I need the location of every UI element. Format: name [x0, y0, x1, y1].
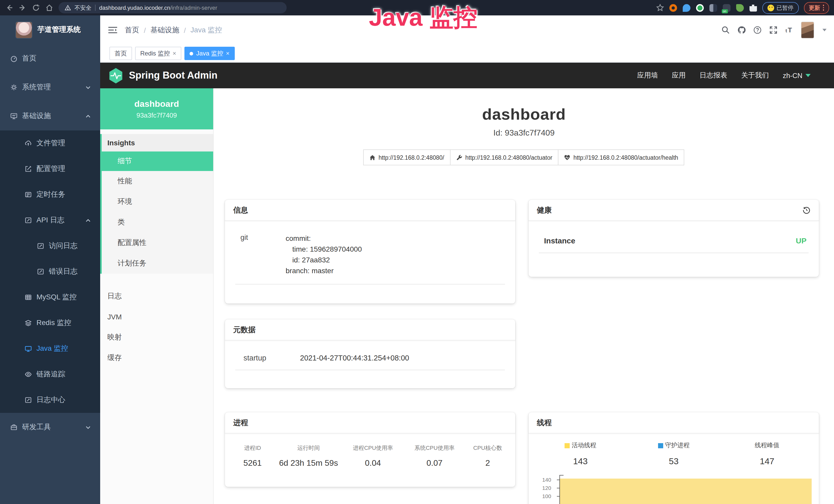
- sba-menu-scheduled-tasks[interactable]: 计划任务: [100, 253, 213, 274]
- extension-icon[interactable]: [749, 4, 757, 12]
- github-icon[interactable]: [737, 26, 746, 35]
- sidebar-item-infra[interactable]: 基础设施: [0, 102, 100, 131]
- close-icon[interactable]: ×: [173, 50, 176, 57]
- chevron-down-icon: [85, 85, 91, 90]
- threads-legend: 活动线程 143 守护进程 53 线程峰值 147: [529, 433, 819, 467]
- sba-menu-loggers[interactable]: 日志: [100, 286, 213, 306]
- sidebar-item-tracing[interactable]: 链路追踪: [0, 362, 100, 387]
- chevron-up-icon: [85, 217, 91, 223]
- sba-nav-journal[interactable]: 日志报表: [699, 71, 727, 80]
- paused-badge[interactable]: 已暂停: [762, 2, 798, 14]
- sidebar-item-config-management[interactable]: 配置管理: [0, 156, 100, 182]
- browser-toolbar: 不安全 dashboard.yudao.iocoder.cn/infra/adm…: [0, 0, 834, 16]
- security-label[interactable]: 不安全: [74, 4, 91, 12]
- sba-instance-header[interactable]: dashboard 93a3fc7f7409: [100, 88, 213, 130]
- sidebar-item-log-center[interactable]: 日志中心: [0, 387, 100, 413]
- sidebar-item-scheduled-jobs[interactable]: 定时任务: [0, 182, 100, 207]
- breadcrumb-infra[interactable]: 基础设施: [151, 25, 179, 35]
- sba-nav-links: 应用墙 应用 日志报表 关于我们 zh-CN: [637, 71, 834, 80]
- update-button[interactable]: 更新: [804, 2, 829, 14]
- extension-icon[interactable]: [682, 4, 690, 12]
- extension-icon[interactable]: [696, 4, 704, 12]
- history-icon[interactable]: [803, 206, 811, 214]
- forward-icon[interactable]: [19, 4, 27, 12]
- back-icon[interactable]: [5, 4, 13, 12]
- breadcrumb-home[interactable]: 首页: [125, 25, 139, 35]
- sba-nav-wallboard[interactable]: 应用墙: [637, 71, 658, 80]
- sidebar-item-dev-tools[interactable]: 研发工具: [0, 413, 100, 442]
- close-icon[interactable]: ×: [226, 50, 229, 57]
- sba-menu-jvm[interactable]: JVM: [100, 306, 213, 327]
- log-icon: [25, 396, 32, 404]
- sba-menu-classes[interactable]: 类: [100, 212, 213, 233]
- service-url-button[interactable]: http://192.168.0.2:48080/: [363, 150, 451, 165]
- sba-locale-select[interactable]: zh-CN: [783, 72, 811, 79]
- sidebar-item-error-log[interactable]: 错误日志: [0, 259, 100, 284]
- database-icon: [25, 294, 32, 301]
- metadata-row: startup 2021-04-27T00:44:31.254+08:00: [225, 340, 515, 362]
- col-header: CPU核心数: [465, 444, 510, 452]
- collapse-sidebar-icon[interactable]: [108, 26, 118, 35]
- sidebar-item-api-log[interactable]: API 日志: [0, 207, 100, 233]
- sba-menu-environment[interactable]: 环境: [100, 191, 213, 212]
- col-header: 进程ID: [230, 444, 275, 452]
- tag-java-monitor[interactable]: Java 监控×: [184, 47, 235, 60]
- sba-sidebar: dashboard 93a3fc7f7409 Insights 细节 性能 环境…: [100, 88, 214, 504]
- layers-icon: [25, 319, 32, 327]
- home-nav-icon[interactable]: [45, 4, 53, 12]
- sidebar-item-java-monitor[interactable]: Java 监控: [0, 336, 100, 362]
- sba-menu-metrics[interactable]: 性能: [100, 171, 213, 191]
- sba-nav-applications[interactable]: 应用: [672, 71, 685, 80]
- legend-value: 147: [760, 457, 774, 467]
- avatar-caret-icon[interactable]: [822, 29, 827, 31]
- sba-brand[interactable]: Spring Boot Admin: [108, 68, 218, 84]
- chevron-up-icon: [85, 113, 91, 119]
- sidebar-item-access-log[interactable]: 访问日志: [0, 233, 100, 259]
- tag-home[interactable]: 首页: [109, 47, 132, 60]
- extension-icon[interactable]: [669, 4, 677, 12]
- home-icon: [369, 154, 375, 160]
- extension-icon[interactable]: on: [723, 4, 730, 12]
- user-avatar[interactable]: [801, 22, 814, 39]
- app-logo[interactable]: 芋道管理系统: [0, 16, 100, 44]
- svg-text:T: T: [788, 26, 792, 34]
- breadcrumb-separator: /: [144, 26, 146, 34]
- status-badge: UP: [796, 236, 807, 245]
- help-icon[interactable]: [753, 26, 762, 35]
- browser-menu-icon[interactable]: [823, 5, 824, 11]
- health-instance-row: Instance UP: [529, 221, 819, 245]
- address-bar[interactable]: 不安全 dashboard.yudao.iocoder.cn/infra/adm…: [59, 2, 287, 13]
- legend-swatch-blue: [658, 443, 663, 448]
- info-git-row: git commit: time: 1596289704000 id: 27aa…: [225, 221, 515, 276]
- sidebar-item-home[interactable]: 首页: [0, 44, 100, 73]
- col-value: 6d 23h 15m 59s: [275, 459, 342, 468]
- sidebar-item-file-management[interactable]: 文件管理: [0, 131, 100, 156]
- url-text[interactable]: dashboard.yudao.iocoder.cn/infra/admin-s…: [99, 5, 217, 11]
- search-icon[interactable]: [721, 26, 730, 35]
- actuator-url-button[interactable]: http://192.168.0.2:48080/actuator: [450, 150, 558, 165]
- sba-menu-caches[interactable]: 缓存: [100, 348, 213, 368]
- instance-label: Instance: [544, 236, 796, 245]
- sba-nav-about[interactable]: 关于我们: [741, 71, 769, 80]
- font-size-icon[interactable]: tT: [785, 26, 794, 35]
- sidebar-item-system[interactable]: 系统管理: [0, 73, 100, 102]
- tag-redis-monitor[interactable]: Redis 监控×: [135, 47, 181, 60]
- extension-icon[interactable]: [709, 4, 717, 12]
- sba-main: dashboard Id: 93a3fc7f7409 http://192.16…: [214, 88, 834, 504]
- sba-menu-details[interactable]: 细节: [100, 152, 213, 171]
- toolbox-icon: [10, 423, 18, 431]
- threads-area-series: [560, 479, 812, 504]
- health-url-button[interactable]: http://192.168.0.2:48080/actuator/health: [558, 150, 684, 165]
- sba-menu-mappings[interactable]: 映射: [100, 327, 213, 348]
- legend-swatch-yellow: [565, 443, 570, 448]
- sidebar-item-redis-monitor[interactable]: Redis 监控: [0, 310, 100, 336]
- reload-icon[interactable]: [32, 4, 40, 12]
- fullscreen-icon[interactable]: [769, 26, 778, 35]
- sba-menu-config-props[interactable]: 配置属性: [100, 233, 213, 253]
- row-divider: [539, 253, 809, 253]
- bookmark-star-icon[interactable]: [656, 4, 664, 12]
- edit-icon: [25, 165, 32, 173]
- extension-icon[interactable]: [736, 4, 744, 12]
- sidebar-item-mysql-monitor[interactable]: MySQL 监控: [0, 284, 100, 310]
- col-header: 运行时间: [275, 444, 342, 452]
